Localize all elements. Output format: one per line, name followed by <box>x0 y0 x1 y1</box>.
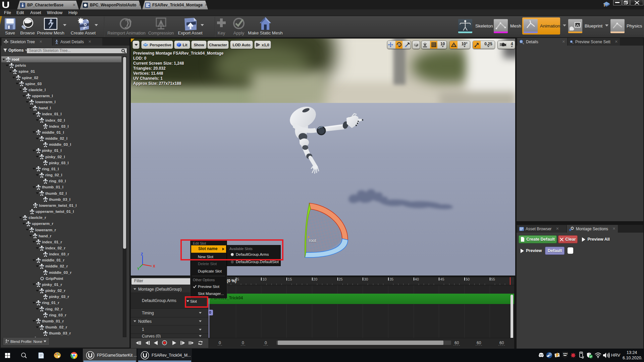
svg-text:X: X <box>153 264 155 268</box>
svg-text:EPIC: EPIC <box>563 353 568 355</box>
svg-text:Y: Y <box>137 267 140 271</box>
svg-text:Z: Z <box>141 252 143 256</box>
